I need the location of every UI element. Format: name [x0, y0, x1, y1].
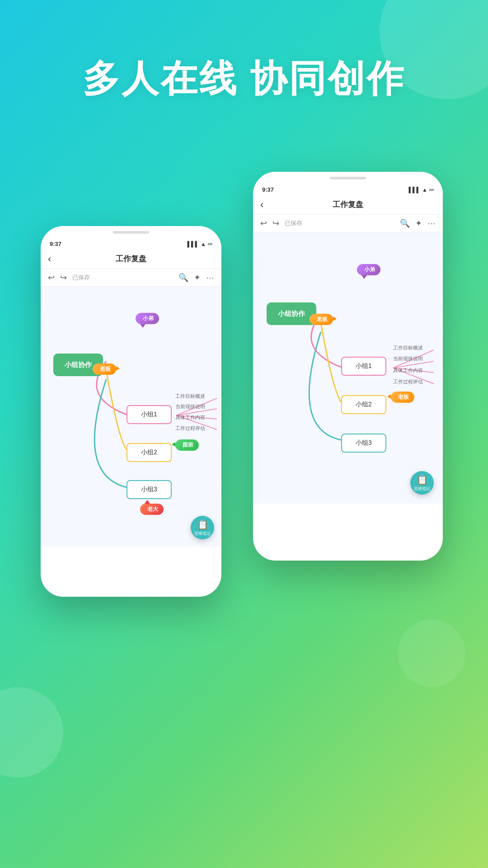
- branch1-back: 工作目标概述: [393, 344, 423, 351]
- phone-front-title: 工作复盘: [116, 254, 146, 264]
- phone-front-status-icons: ▌▌▌ ▲: [188, 241, 212, 247]
- branch2-back: 当前现状说明: [393, 355, 423, 362]
- phone-back-status-icons: ▌▌▌ ▲: [409, 187, 434, 193]
- battery-icon: [429, 189, 434, 191]
- avatar-laobanleft2-back: 老板: [391, 392, 414, 403]
- node3-front: 小组3: [127, 480, 172, 499]
- note-label-front: 思维笔记: [194, 531, 211, 537]
- branch4-back: 工作过程评估: [393, 378, 423, 385]
- branch4-front: 工作过程评估: [175, 425, 205, 432]
- search-icon-front[interactable]: 🔍: [178, 273, 188, 283]
- phone-front-toolbar: ↩ ↪ 已保存 🔍 ✦ ⋯: [41, 269, 221, 287]
- branch2-front: 当前现状说明: [175, 403, 205, 410]
- phone-front-back-button[interactable]: ‹: [48, 253, 51, 265]
- share-icon[interactable]: ✦: [415, 218, 422, 228]
- node1-back: 小组1: [341, 357, 386, 376]
- phone-back-canvas: 小组协作 小弟 老板 小组1 工作目标概述 当前现状说明 具体工作内容 工作过程…: [253, 232, 443, 504]
- branch3-front: 具体工作内容: [175, 414, 205, 421]
- saved-label-front: 已保存: [72, 274, 90, 282]
- node3-back: 小组3: [341, 434, 386, 453]
- center-node-back: 小组协作: [267, 302, 316, 325]
- avatar-xiaodi-back: 小弟: [357, 264, 380, 275]
- phone-back-toolbar: ↩ ↪ 已保存 🔍 ✦ ⋯: [253, 215, 443, 232]
- bg-orb-3: [398, 619, 465, 687]
- branch3-back: 具体工作内容: [393, 367, 423, 374]
- avatar-genban: 跟班: [175, 439, 199, 451]
- phone-back-back-button[interactable]: ‹: [260, 199, 263, 211]
- avatar-laoda: 老大: [140, 504, 164, 515]
- node1-front: 小组1: [127, 405, 172, 424]
- branch1-front: 工作目标概述: [175, 393, 205, 400]
- undo-icon[interactable]: ↩: [260, 218, 267, 228]
- phone-back-header: ‹ 工作复盘: [253, 195, 443, 215]
- bg-orb-2: [0, 687, 63, 778]
- share-icon-front[interactable]: ✦: [194, 273, 201, 283]
- phone-front-notch: [41, 226, 221, 239]
- node2-front: 小组2: [127, 443, 172, 462]
- node2-back: 小组2: [341, 395, 386, 414]
- phone-front-canvas: 小弟 小组协作 老板 小组1 工作目标概述 当前现状说明 具体工作内容 工作过程…: [41, 287, 221, 547]
- signal-icon: ▌▌▌: [409, 187, 421, 193]
- note-label-back: 思维笔记: [414, 486, 430, 492]
- phone-front-header: ‹ 工作复盘: [41, 249, 221, 269]
- more-icon[interactable]: ⋯: [427, 218, 436, 228]
- wifi-icon-front: ▲: [201, 241, 206, 247]
- phone-front: 9:37 ▌▌▌ ▲ ‹ 工作复盘 ↩ ↪ 已保存 🔍 ✦ ⋯: [41, 226, 221, 597]
- phone-front-speaker: [113, 231, 149, 234]
- wifi-icon: ▲: [422, 187, 427, 193]
- float-note-front[interactable]: 📋 思维笔记: [191, 516, 214, 539]
- saved-label: 已保存: [285, 219, 302, 227]
- avatar-laobanleft-back: 老板: [310, 314, 333, 325]
- phone-back-time: 9:37: [262, 186, 274, 193]
- avatar-laobanleft: 老板: [93, 363, 116, 375]
- float-note-back[interactable]: 📋 思维笔记: [410, 471, 434, 495]
- note-icon-front: 📋: [197, 519, 208, 530]
- phone-back: 9:37 ▌▌▌ ▲ ‹ 工作复盘 ↩ ↪ 已保存 🔍 ✦ ⋯: [253, 172, 443, 561]
- phone-front-time: 9:37: [50, 241, 61, 247]
- phone-front-statusbar: 9:37 ▌▌▌ ▲: [41, 239, 221, 249]
- search-icon[interactable]: 🔍: [400, 218, 410, 228]
- redo-icon[interactable]: ↪: [272, 218, 279, 228]
- phone-back-title: 工作复盘: [333, 199, 363, 210]
- note-icon-back: 📋: [417, 474, 428, 485]
- undo-icon-front[interactable]: ↩: [48, 273, 55, 283]
- signal-icon-front: ▌▌▌: [188, 241, 199, 247]
- hero-title: 多人在线 协同创作: [0, 54, 488, 104]
- more-icon-front[interactable]: ⋯: [206, 273, 214, 283]
- phone-back-notch: [253, 172, 443, 184]
- battery-icon-front: [208, 243, 212, 245]
- phone-back-speaker: [330, 177, 366, 179]
- avatar-xiaodi: 小弟: [136, 313, 159, 324]
- redo-icon-front[interactable]: ↪: [60, 273, 67, 283]
- phone-back-statusbar: 9:37 ▌▌▌ ▲: [253, 184, 443, 195]
